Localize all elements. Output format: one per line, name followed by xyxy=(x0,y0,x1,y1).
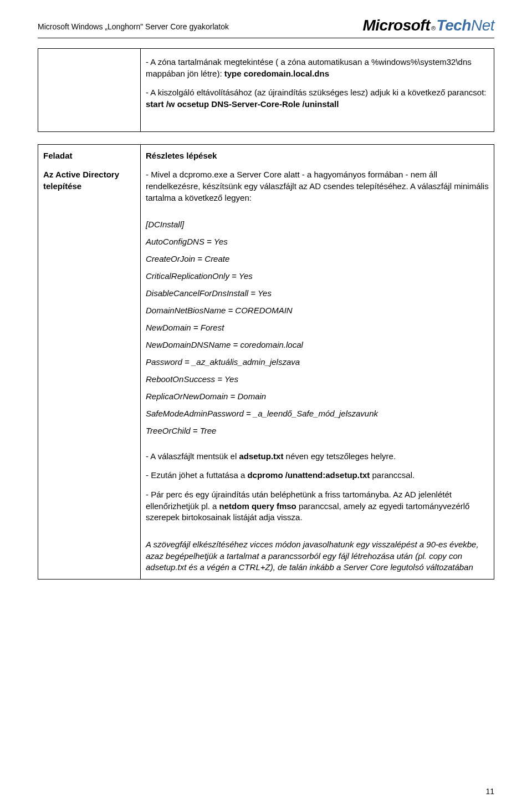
config-line: DomainNetBiosName = COREDOMAIN xyxy=(146,306,489,315)
logo-microsoft: Microsoft xyxy=(363,17,431,34)
config-line: [DCInstall] xyxy=(146,220,489,229)
paragraph: - Mivel a dcpromo.exe a Server Core alat… xyxy=(146,169,489,204)
paragraph: - A kiszolgáló eltávolításához (az újrai… xyxy=(146,87,489,110)
page-number: 11 xyxy=(485,787,494,796)
paragraph: - Ezután jöhet a futtatása a dcpromo /un… xyxy=(146,470,489,481)
logo-registered-icon: ® xyxy=(431,25,436,32)
header-title: Microsoft Windows „Longhorn" Server Core… xyxy=(38,17,229,31)
config-line: NewDomainDNSName = coredomain.local xyxy=(146,340,489,349)
config-line: SafeModeAdminPassword = _a_leendő_Safe_m… xyxy=(146,409,489,418)
paragraph: - A zóna tartalmának megtekintése ( a zó… xyxy=(146,57,489,79)
table-row: Feladat Az Active Directory telepítése R… xyxy=(38,144,494,579)
logo-tech: Tech xyxy=(437,17,471,34)
label-ad-telepitese: Az Active Directory telepítése xyxy=(43,169,135,192)
command-text: type coredomain.local.dns xyxy=(224,69,329,78)
command-text: dcpromo /unattend:adsetup.txt xyxy=(247,470,370,480)
technet-logo: Microsoft® TechNet xyxy=(363,17,495,34)
header-divider xyxy=(38,38,494,38)
cell-left-empty xyxy=(38,49,141,132)
cell-right-steps: Részletes lépések - Mivel a dcpromo.exe … xyxy=(141,144,494,579)
text: - A kiszolgáló eltávolításához (az újrai… xyxy=(146,88,486,97)
cell-right-zone: - A zóna tartalmának megtekintése ( a zó… xyxy=(141,49,494,132)
filename-text: adsetup.txt xyxy=(239,451,283,461)
text: - Ezután jöhet a futtatása a xyxy=(146,470,247,480)
command-text: netdom query fmso xyxy=(219,501,296,511)
cell-left-task: Feladat Az Active Directory telepítése xyxy=(38,144,141,579)
page-header: Microsoft Windows „Longhorn" Server Core… xyxy=(38,17,494,34)
paragraph: - A válaszfájlt mentsük el adsetup.txt n… xyxy=(146,451,489,463)
content-table-2: Feladat Az Active Directory telepítése R… xyxy=(38,144,494,580)
logo-net: Net xyxy=(471,17,494,34)
config-line: CreateOrJoin = Create xyxy=(146,254,489,263)
text: paranccsal. xyxy=(370,470,415,480)
paragraph: - Pár perc és egy újraindítás után belép… xyxy=(146,489,489,524)
config-line: TreeOrChild = Tree xyxy=(146,426,489,435)
text: néven egy tetszőleges helyre. xyxy=(283,451,396,461)
config-line: RebootOnSuccess = Yes xyxy=(146,374,489,384)
command-text: start /w ocsetup DNS-Server-Core-Role /u… xyxy=(146,99,339,109)
text: - A válaszfájlt mentsük el xyxy=(146,451,239,461)
config-line: Password = _az_aktuális_admin_jelszava xyxy=(146,357,489,367)
config-line: NewDomain = Forest xyxy=(146,323,489,332)
config-line: CriticalReplicationOnly = Yes xyxy=(146,271,489,281)
config-line: ReplicaOrNewDomain = Domain xyxy=(146,392,489,401)
content-table-1: - A zóna tartalmának megtekintése ( a zó… xyxy=(38,48,494,132)
label-feladat: Feladat xyxy=(43,150,135,162)
config-line: DisableCancelForDnsInstall = Yes xyxy=(146,288,489,298)
label-reszletes: Részletes lépések xyxy=(146,150,489,162)
note-paragraph: A szövegfájl elkészítéséhez vicces módon… xyxy=(146,539,489,573)
page: Microsoft Windows „Longhorn" Server Core… xyxy=(0,0,532,808)
config-line: AutoConfigDNS = Yes xyxy=(146,237,489,246)
answer-file-block: [DCInstall] AutoConfigDNS = Yes CreateOr… xyxy=(146,220,489,435)
table-row: - A zóna tartalmának megtekintése ( a zó… xyxy=(38,49,494,132)
